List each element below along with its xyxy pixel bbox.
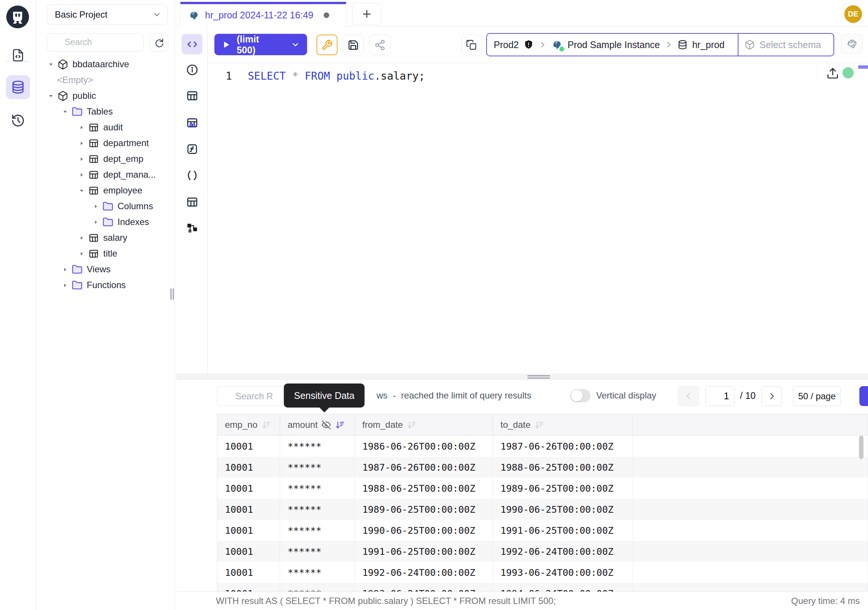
worksheet-icon[interactable]	[6, 43, 30, 67]
column-header-from_date[interactable]: from_date	[355, 414, 493, 436]
sidebar-resize-handle[interactable]	[170, 289, 174, 300]
tree-item-label: employee	[103, 185, 142, 196]
cell	[633, 478, 868, 499]
tables-icon[interactable]	[186, 89, 199, 102]
batch-query-button[interactable]	[461, 34, 482, 55]
caret-down-icon[interactable]	[61, 109, 69, 115]
connection-breadcrumb[interactable]: Prod2 Prod Sample Instance hr_prod Selec…	[486, 33, 834, 56]
tree-item-salary[interactable]: salary	[36, 230, 175, 246]
upload-sheet-icon[interactable]	[826, 67, 839, 80]
column-header-to_date[interactable]: to_date	[493, 414, 633, 436]
vertical-display-toggle[interactable]	[570, 389, 591, 402]
save-button[interactable]	[343, 34, 364, 55]
tree-item-title[interactable]: title	[36, 246, 175, 261]
cell: 1989-06-25T00:00:00Z	[493, 478, 633, 499]
tab-hr-prod[interactable]: hr_prod 2024-11-22 16:49	[180, 2, 346, 26]
tree-item-label: Functions	[87, 280, 126, 290]
tree-item-label: dept_emp	[103, 154, 143, 164]
chevron-down-icon[interactable]	[291, 40, 299, 49]
caret-down-icon[interactable]	[78, 188, 85, 194]
tree-item-bbdataarchive[interactable]: bbdataarchive	[36, 56, 175, 72]
database-icon[interactable]	[6, 75, 30, 99]
sort-active-icon[interactable]	[335, 420, 345, 430]
external-tables-icon[interactable]	[186, 195, 199, 209]
tree-item-views[interactable]: Views	[36, 261, 175, 277]
tree-item-dept-mana-[interactable]: dept_mana...	[36, 167, 175, 183]
table-scrollbar[interactable]	[859, 436, 863, 459]
caret-right-icon[interactable]	[61, 267, 69, 272]
connection-context[interactable]: Prod2 Prod Sample Instance hr_prod	[487, 34, 738, 56]
query-settings-button[interactable]	[316, 34, 338, 55]
cell: 1986-06-26T00:00:00Z	[355, 436, 493, 457]
panel-splitter[interactable]	[177, 374, 868, 380]
save-icon	[348, 39, 359, 51]
info-icon[interactable]	[186, 63, 199, 77]
results-panel: Sensitive Data ws - reached the limit of…	[177, 380, 868, 591]
avatar[interactable]: DE	[844, 5, 862, 23]
cell: 10001	[217, 457, 280, 478]
caret-down-icon[interactable]	[47, 62, 54, 67]
tree-item-audit[interactable]: audit	[36, 120, 175, 135]
table-row: 10001******1991-06-25T00:00:00Z1992-06-2…	[217, 541, 868, 562]
caret-right-icon[interactable]	[78, 140, 85, 146]
share-button[interactable]	[369, 34, 391, 55]
caret-right-icon[interactable]	[78, 156, 85, 162]
column-label: to_date	[501, 419, 530, 430]
export-button[interactable]	[859, 386, 868, 406]
tree-item-public[interactable]: public	[36, 88, 175, 104]
caret-right-icon[interactable]	[78, 125, 85, 130]
table-row: 10001******1986-06-26T00:00:00Z1987-06-2…	[217, 436, 868, 457]
tree-item-department[interactable]: department	[36, 135, 175, 151]
procedures-icon[interactable]	[186, 169, 199, 182]
caret-right-icon[interactable]	[61, 282, 69, 288]
code-panel-icon[interactable]	[182, 34, 202, 54]
sidebar-search-input[interactable]	[47, 33, 144, 51]
cell: 1991-06-25T00:00:00Z	[355, 541, 493, 562]
masked-tables-icon[interactable]	[186, 116, 199, 130]
caret-down-icon[interactable]	[47, 93, 54, 99]
caret-right-icon[interactable]	[92, 203, 99, 209]
column-header-emp_no[interactable]: emp_no	[217, 414, 280, 436]
next-page-button[interactable]	[761, 386, 782, 406]
project-selector[interactable]: Basic Project	[47, 5, 168, 25]
caret-right-icon[interactable]	[92, 219, 99, 225]
caret-right-icon[interactable]	[78, 172, 85, 178]
sql-editor[interactable]: 1 SELECT * FROM public.salary;	[208, 63, 868, 374]
sort-icon[interactable]	[261, 420, 271, 430]
page-size-select[interactable]: 50 / page	[793, 386, 841, 406]
environment-name: Prod2	[494, 39, 519, 50]
schema-selector[interactable]: Select schema	[738, 34, 834, 56]
tree-item-indexes[interactable]: Indexes	[36, 214, 175, 230]
functions-icon[interactable]	[186, 142, 199, 156]
folder-icon	[72, 264, 83, 275]
ai-assistant-button[interactable]	[841, 34, 862, 54]
new-tab-button[interactable]: +	[352, 3, 381, 25]
refresh-button[interactable]	[150, 33, 168, 51]
run-query-button[interactable]: (limit 500)	[214, 34, 307, 55]
tree-item-functions[interactable]: Functions	[36, 277, 175, 293]
eye-off-icon[interactable]	[321, 420, 331, 430]
schema-diagram-icon[interactable]	[186, 221, 199, 235]
openai-icon	[846, 38, 858, 50]
caret-right-icon[interactable]	[78, 251, 85, 256]
caret-right-icon[interactable]	[78, 235, 85, 241]
chevron-down-icon	[152, 10, 161, 19]
prev-page-button[interactable]	[678, 386, 699, 406]
history-icon[interactable]	[6, 109, 30, 133]
tree-item-label: <Empty>	[57, 75, 93, 85]
tree-item-employee[interactable]: employee	[36, 183, 175, 198]
page-number-input[interactable]	[705, 386, 735, 406]
tree-item-label: title	[103, 248, 117, 259]
tree-item-dept-emp[interactable]: dept_emp	[36, 151, 175, 167]
cell: 10001	[217, 562, 280, 583]
sort-icon[interactable]	[407, 420, 417, 430]
sort-icon[interactable]	[534, 420, 544, 430]
wrench-icon	[321, 39, 333, 51]
tree-item-columns[interactable]: Columns	[36, 198, 175, 214]
column-header-amount[interactable]: amount	[280, 414, 355, 436]
editor-toolbar: (limit 500) Prod2 Prod Sample Inst	[208, 26, 868, 63]
tree-item-tables[interactable]: Tables	[36, 104, 175, 120]
tree-item-label: salary	[103, 233, 127, 243]
play-icon	[222, 40, 231, 49]
tree-item--empty-[interactable]: <Empty>	[36, 72, 175, 88]
